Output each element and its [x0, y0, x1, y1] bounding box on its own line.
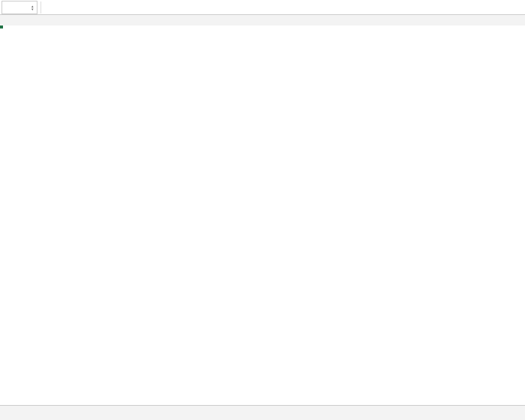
- sheet-tab-bar: [0, 405, 525, 420]
- add-sheet-button[interactable]: [21, 411, 33, 416]
- formula-bar: ▴▾: [0, 0, 525, 15]
- formula-input[interactable]: [67, 2, 525, 14]
- spreadsheet-grid[interactable]: [0, 15, 525, 405]
- active-cell-outline: [0, 26, 3, 28]
- name-box[interactable]: ▴▾: [2, 1, 38, 14]
- name-box-spinner[interactable]: ▴▾: [32, 4, 34, 10]
